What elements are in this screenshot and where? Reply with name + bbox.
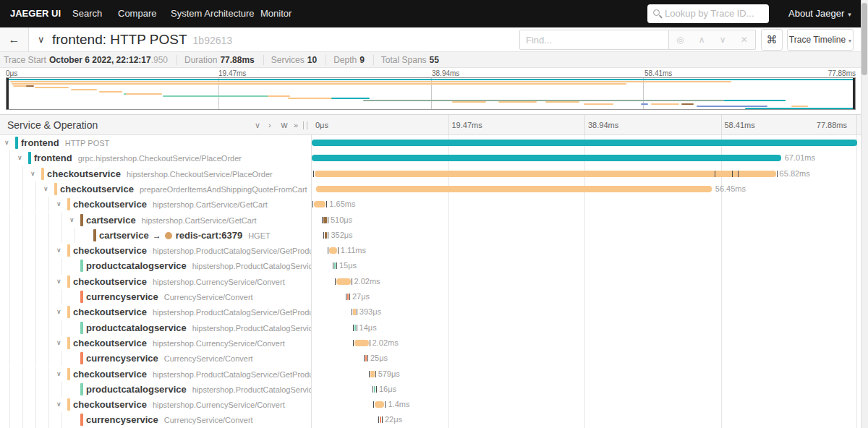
minimap-canvas[interactable] bbox=[6, 77, 856, 110]
children-toggle-chevron-icon[interactable]: ∨ bbox=[56, 197, 61, 212]
children-toggle-chevron-icon[interactable]: ∨ bbox=[56, 274, 61, 289]
span-bar[interactable] bbox=[315, 171, 775, 177]
children-toggle-chevron-icon[interactable]: ∨ bbox=[56, 335, 61, 351]
span-timeline-cell[interactable]: 25μs bbox=[311, 351, 861, 366]
children-toggle-chevron-icon[interactable]: ∨ bbox=[56, 397, 61, 412]
keyboard-shortcuts-button[interactable]: ⌘ bbox=[761, 29, 783, 51]
children-toggle-chevron-icon[interactable]: ∨ bbox=[56, 243, 61, 258]
span-operation-name: hipstershop.CurrencyService/Convert bbox=[153, 339, 285, 348]
span-bar[interactable] bbox=[314, 201, 326, 207]
span-bar[interactable] bbox=[354, 325, 356, 331]
nav-item-monitor[interactable]: Monitor bbox=[260, 0, 292, 27]
children-toggle-chevron-icon[interactable]: ∨ bbox=[30, 166, 35, 181]
span-name-cell[interactable]: cartservice→redis-cart:6379HGET bbox=[0, 228, 311, 243]
span-bar[interactable] bbox=[336, 278, 351, 285]
span-bar[interactable] bbox=[374, 386, 375, 393]
column-resizer-handle[interactable] bbox=[303, 121, 307, 129]
span-bar[interactable] bbox=[312, 140, 857, 146]
span-name-cell[interactable]: currencyserviceCurrencyService/Convert bbox=[0, 351, 311, 366]
span-name-cell[interactable]: productcatalogservicehipstershop.Product… bbox=[0, 382, 311, 397]
span-timeline-cell[interactable]: 56.45ms bbox=[311, 181, 861, 197]
span-name-cell[interactable]: ∨frontendgrpc.hipstershop.CheckoutServic… bbox=[0, 150, 311, 166]
expand-all-icon[interactable]: » bbox=[294, 115, 298, 135]
about-jaeger-menu[interactable]: About Jaeger▾ bbox=[788, 0, 851, 27]
span-boundary-tick bbox=[777, 171, 778, 177]
span-name-cell[interactable]: ∨checkoutservicehipstershop.CurrencyServ… bbox=[0, 335, 311, 351]
span-name-cell[interactable]: ∨checkoutserviceprepareOrderItemsAndShip… bbox=[0, 181, 311, 197]
span-name-cell[interactable]: currencyserviceCurrencyService/Convert bbox=[0, 289, 311, 304]
children-toggle-chevron-icon[interactable]: ∨ bbox=[56, 304, 61, 320]
trace-id-lookup-input[interactable]: Lookup by Trace ID... bbox=[647, 4, 769, 23]
children-toggle-chevron-icon[interactable]: ∨ bbox=[43, 181, 48, 197]
span-bar[interactable] bbox=[316, 186, 712, 192]
span-bar[interactable] bbox=[353, 309, 356, 315]
indent-guide bbox=[22, 397, 23, 412]
span-bar[interactable] bbox=[347, 294, 349, 300]
span-timeline-cell[interactable]: 16μs bbox=[311, 382, 861, 397]
span-bar[interactable] bbox=[323, 217, 327, 223]
back-button[interactable]: ← bbox=[0, 27, 29, 51]
span-name-cell[interactable]: ∨cartservicehipstershop.CartService/GetC… bbox=[0, 213, 311, 228]
span-timeline-cell[interactable]: 393μs bbox=[311, 304, 861, 320]
span-timeline-cell[interactable]: 579μs bbox=[311, 367, 861, 382]
timeline-tick-label: 77.88ms bbox=[817, 115, 847, 135]
children-toggle-chevron-icon[interactable]: ∨ bbox=[17, 150, 22, 166]
span-timeline-cell[interactable]: 67.01ms bbox=[311, 150, 861, 166]
span-name-cell[interactable]: currencyserviceCurrencyService/Convert bbox=[0, 412, 311, 427]
minimap-span-segment bbox=[584, 103, 613, 105]
collapse-all-icon[interactable]: ∨∨ bbox=[280, 114, 286, 137]
next-match-icon[interactable]: ∨ bbox=[720, 35, 726, 45]
match-target-icon[interactable]: ◎ bbox=[676, 35, 684, 45]
span-bar[interactable] bbox=[329, 247, 337, 254]
span-bar[interactable] bbox=[334, 262, 336, 269]
clear-find-icon[interactable]: ✕ bbox=[741, 35, 748, 45]
previous-match-icon[interactable]: ∧ bbox=[699, 35, 705, 45]
span-name-cell[interactable]: ∨checkoutservicehipstershop.CartService/… bbox=[0, 197, 311, 212]
span-name-cell[interactable]: productcatalogservicehipstershop.Product… bbox=[0, 258, 311, 273]
span-bar[interactable] bbox=[354, 340, 369, 346]
collapse-one-icon[interactable]: ∨ bbox=[255, 115, 260, 135]
span-bar[interactable] bbox=[365, 355, 367, 361]
span-name-cell[interactable]: ∨frontendHTTP POST bbox=[0, 135, 311, 150]
span-duration-label: 1.65ms bbox=[329, 197, 355, 212]
span-name-cell[interactable]: ∨checkoutservicehipstershop.ProductCatal… bbox=[0, 304, 311, 320]
span-timeline-cell[interactable]: 2.02ms bbox=[311, 274, 861, 289]
span-name-cell[interactable]: ∨checkoutservicehipstershop.ProductCatal… bbox=[0, 367, 311, 382]
span-bar[interactable] bbox=[312, 155, 781, 161]
jaeger-logo[interactable]: JAEGER UI bbox=[10, 0, 61, 27]
children-toggle-chevron-icon[interactable]: ∨ bbox=[69, 213, 75, 228]
span-timeline-cell[interactable]: 2.02ms bbox=[311, 335, 861, 351]
collapse-trace-chevron-icon[interactable]: ∨ bbox=[38, 27, 45, 51]
scrollbar-thumb[interactable] bbox=[861, 3, 867, 75]
span-timeline-cell[interactable]: 1.65ms bbox=[311, 197, 861, 212]
span-timeline-cell[interactable]: 1.11ms bbox=[311, 243, 861, 258]
nav-item-search[interactable]: Search bbox=[72, 0, 102, 27]
viewport-right-handle[interactable] bbox=[853, 78, 855, 109]
nav-item-compare[interactable]: Compare bbox=[118, 0, 156, 27]
span-timeline-cell[interactable]: 510μs bbox=[311, 213, 861, 228]
children-toggle-chevron-icon[interactable]: ∨ bbox=[4, 135, 9, 150]
span-timeline-cell[interactable]: 22μs bbox=[311, 412, 861, 427]
span-timeline-cell[interactable]: 352μs bbox=[311, 228, 861, 243]
trace-view-select[interactable]: Trace Timeline▾ bbox=[787, 29, 854, 51]
span-name-cell[interactable]: ∨checkoutservicehipstershop.CurrencyServ… bbox=[0, 397, 311, 412]
span-timeline-cell[interactable]: 15μs bbox=[311, 258, 861, 273]
nav-item-system-architecture[interactable]: System Architecture bbox=[171, 0, 255, 27]
span-bar[interactable] bbox=[375, 401, 385, 408]
expand-one-icon[interactable]: › bbox=[268, 115, 271, 135]
children-toggle-chevron-icon[interactable]: ∨ bbox=[56, 367, 61, 382]
span-timeline-cell[interactable]: 1.4ms bbox=[311, 397, 861, 412]
find-input[interactable] bbox=[519, 30, 669, 50]
span-timeline-cell[interactable]: 65.82ms bbox=[311, 166, 861, 181]
span-name-cell[interactable]: ∨checkoutservicehipstershop.CheckoutServ… bbox=[0, 166, 311, 181]
span-bar[interactable] bbox=[370, 371, 375, 377]
span-timeline-cell[interactable] bbox=[311, 135, 861, 150]
span-name-cell[interactable]: productcatalogservicehipstershop.Product… bbox=[0, 320, 311, 335]
span-timeline-cell[interactable]: 27μs bbox=[311, 289, 861, 304]
span-timeline-cell[interactable]: 14μs bbox=[311, 320, 861, 335]
span-name-cell[interactable]: ∨checkoutservicehipstershop.ProductCatal… bbox=[0, 243, 311, 258]
span-name-cell[interactable]: ∨checkoutservicehipstershop.CurrencyServ… bbox=[0, 274, 311, 289]
span-bar[interactable] bbox=[325, 232, 327, 239]
viewport-left-handle[interactable] bbox=[7, 78, 9, 109]
span-bar[interactable] bbox=[380, 416, 381, 423]
